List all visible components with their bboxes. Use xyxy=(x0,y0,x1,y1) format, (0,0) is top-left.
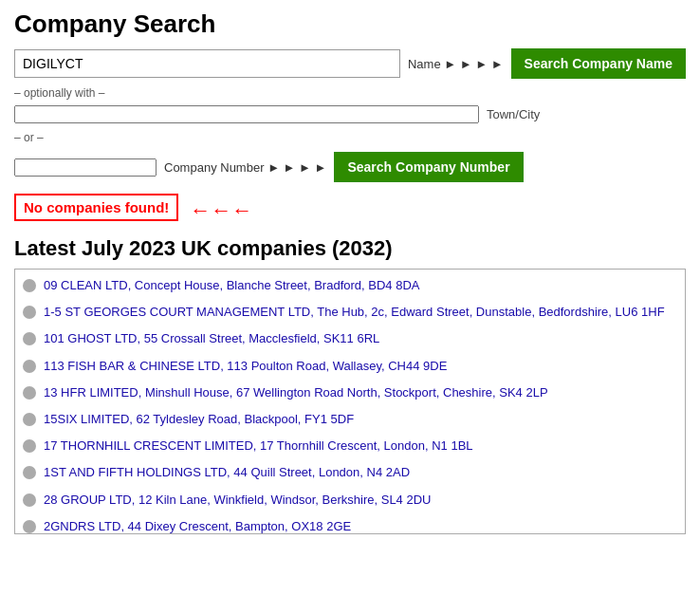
list-bullet xyxy=(23,439,36,453)
list-bullet xyxy=(23,493,36,507)
list-item[interactable]: 09 CLEAN LTD, Concept House, Blanche Str… xyxy=(23,277,681,294)
town-city-label: Town/City xyxy=(487,107,540,121)
list-bullet xyxy=(23,279,36,292)
list-item[interactable]: 1ST AND FIFTH HOLDINGS LTD, 44 Quill Str… xyxy=(23,464,681,481)
list-item[interactable]: 17 THORNHILL CRESCENT LIMITED, 17 Thornh… xyxy=(23,437,681,455)
company-link[interactable]: 09 CLEAN LTD, Concept House, Blanche Str… xyxy=(44,277,419,294)
company-link[interactable]: 17 THORNHILL CRESCENT LIMITED, 17 Thornh… xyxy=(44,437,473,455)
list-bullet xyxy=(23,413,36,426)
company-link[interactable]: 101 GHOST LTD, 55 Crossall Street, Maccl… xyxy=(44,330,379,347)
list-item[interactable]: 15SIX LIMITED, 62 Tyldesley Road, Blackp… xyxy=(23,411,681,428)
latest-companies-heading: Latest July 2023 UK companies (2032) xyxy=(14,236,686,261)
list-item[interactable]: 1-5 ST GEORGES COURT MANAGEMENT LTD, The… xyxy=(23,304,681,321)
companies-list-container[interactable]: 09 CLEAN LTD, Concept House, Blanche Str… xyxy=(14,269,686,534)
list-bullet xyxy=(23,360,36,373)
arrow-indicator: ←←← xyxy=(190,198,252,223)
company-link[interactable]: 15SIX LIMITED, 62 Tyldesley Road, Blackp… xyxy=(44,411,354,428)
list-item[interactable]: 13 HFR LIMITED, Minshull House, 67 Welli… xyxy=(23,384,681,401)
company-link[interactable]: 13 HFR LIMITED, Minshull House, 67 Welli… xyxy=(44,384,548,401)
company-name-input[interactable] xyxy=(14,49,400,78)
list-item[interactable]: 101 GHOST LTD, 55 Crossall Street, Maccl… xyxy=(23,330,681,347)
list-bullet xyxy=(23,386,36,400)
list-bullet xyxy=(23,332,36,345)
name-label-arrows: Name ► ► ► ► xyxy=(408,57,504,71)
list-item[interactable]: 113 FISH BAR & CHINESE LTD, 113 Poulton … xyxy=(23,358,681,375)
company-link[interactable]: 1-5 ST GEORGES COURT MANAGEMENT LTD, The… xyxy=(44,304,665,321)
search-company-name-button[interactable]: Search Company Name xyxy=(511,48,686,79)
no-companies-message: No companies found! xyxy=(14,194,178,221)
town-city-input[interactable] xyxy=(14,105,479,123)
search-company-number-button[interactable]: Search Company Number xyxy=(334,152,523,182)
list-bullet xyxy=(23,466,36,479)
list-item[interactable]: 28 GROUP LTD, 12 Kiln Lane, Winkfield, W… xyxy=(23,492,681,509)
company-number-input[interactable] xyxy=(14,158,157,177)
company-link[interactable]: 113 FISH BAR & CHINESE LTD, 113 Poulton … xyxy=(44,358,447,375)
list-bullet xyxy=(23,306,36,319)
company-link[interactable]: 2GNDRS LTD, 44 Dixey Crescent, Bampton, … xyxy=(44,518,351,534)
number-label-arrows: Company Number ► ► ► ► xyxy=(164,160,326,175)
page-title: Company Search xyxy=(14,9,686,39)
list-item[interactable]: 2GNDRS LTD, 44 Dixey Crescent, Bampton, … xyxy=(23,518,681,534)
optional-label: – optionally with – xyxy=(14,86,686,100)
list-bullet xyxy=(23,520,36,533)
company-link[interactable]: 28 GROUP LTD, 12 Kiln Lane, Winkfield, W… xyxy=(44,492,431,509)
or-divider: – or – xyxy=(14,131,686,144)
company-link[interactable]: 1ST AND FIFTH HOLDINGS LTD, 44 Quill Str… xyxy=(44,464,410,481)
